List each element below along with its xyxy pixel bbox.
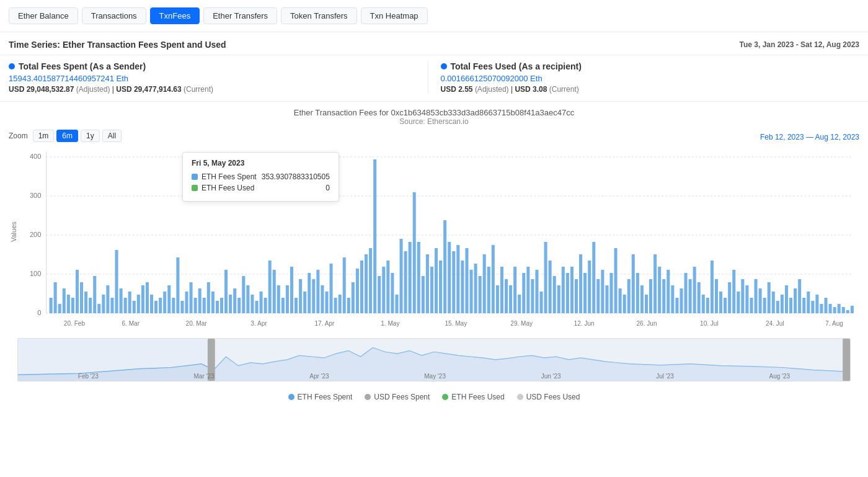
nav-transactions[interactable]: Transactions	[82, 7, 146, 24]
svg-rect-52	[167, 285, 170, 313]
tooltip-row-spent: ETH Fees Spent 353.9307883310505	[192, 172, 330, 181]
current-range: Feb 12, 2023 — Aug 12, 2023	[760, 133, 859, 141]
svg-rect-118	[456, 245, 459, 313]
svg-rect-107	[409, 242, 412, 313]
legend-label-usd-used: USD Fees Used	[526, 393, 580, 401]
navigator-area[interactable]: Feb '23 Mar '23 Apr '23 May '23 Jun '23 …	[17, 338, 851, 381]
nav-label-feb: Feb '23	[78, 373, 99, 380]
svg-text:3. Apr: 3. Apr	[250, 320, 267, 327]
zoom-all[interactable]: All	[102, 130, 122, 142]
fees-used-usd: USD 2.55 (Adjusted) | USD 3.08 (Current)	[441, 85, 860, 94]
svg-rect-116	[448, 242, 451, 313]
fees-used-title: Total Fees Used (As a recipient)	[441, 61, 860, 71]
svg-rect-93	[347, 298, 350, 313]
svg-rect-155	[619, 288, 622, 313]
svg-rect-151	[601, 270, 604, 313]
svg-rect-25	[50, 298, 53, 313]
svg-rect-126	[492, 245, 495, 313]
svg-rect-57	[190, 282, 193, 313]
svg-rect-35	[93, 276, 96, 313]
svg-rect-46	[141, 285, 144, 313]
zoom-controls: Zoom 1m 6m 1y All	[9, 130, 122, 142]
svg-rect-178	[719, 292, 722, 313]
svg-rect-168	[675, 298, 678, 313]
svg-rect-127	[496, 285, 499, 313]
svg-rect-49	[154, 301, 157, 313]
nav-ether-balance[interactable]: Ether Balance	[9, 7, 78, 24]
nav-label-jul: Jul '23	[656, 373, 674, 380]
svg-rect-200	[815, 295, 818, 313]
svg-rect-123	[479, 276, 482, 313]
svg-rect-105	[400, 239, 403, 313]
svg-rect-79	[286, 285, 289, 313]
tooltip-label-spent: ETH Fees Spent	[202, 172, 257, 181]
nav-label-aug: Aug '23	[769, 373, 790, 380]
navigator-labels: Feb '23 Mar '23 Apr '23 May '23 Jun '23 …	[18, 373, 850, 380]
svg-rect-143	[566, 273, 569, 313]
fees-used-dot	[441, 63, 447, 69]
legend-usd-fees-spent: USD Fees Spent	[365, 393, 430, 401]
top-nav: Ether Balance Transactions TxnFees Ether…	[0, 0, 868, 32]
svg-text:1. May: 1. May	[381, 320, 399, 327]
svg-rect-202	[825, 298, 828, 313]
svg-rect-182	[737, 292, 740, 313]
stat-fees-used: Total Fees Used (As a recipient) 0.00166…	[428, 61, 860, 94]
stat-fees-spent: Total Fees Spent (As a Sender) 15943.401…	[9, 61, 428, 94]
svg-rect-47	[146, 282, 149, 313]
svg-rect-146	[579, 254, 582, 313]
nav-token-transfers[interactable]: Token Transfers	[281, 7, 357, 24]
nav-txn-heatmap[interactable]: Txn Heatmap	[361, 7, 428, 24]
svg-text:6. Mar: 6. Mar	[122, 320, 140, 327]
svg-rect-73	[260, 292, 263, 313]
svg-rect-97	[365, 254, 368, 313]
svg-rect-147	[583, 273, 587, 313]
nav-label-apr: Apr '23	[309, 373, 329, 380]
svg-rect-88	[325, 292, 328, 313]
svg-rect-132	[518, 295, 521, 313]
svg-rect-150	[596, 279, 600, 313]
zoom-1y[interactable]: 1y	[81, 130, 100, 142]
chart-title-block: Ether Transaction Fees for 0xc1b634853cb…	[9, 108, 859, 126]
legend-dot-usd-used	[517, 394, 523, 400]
svg-text:24. Jul: 24. Jul	[766, 320, 784, 327]
svg-rect-188	[763, 298, 766, 313]
svg-rect-176	[711, 261, 714, 313]
svg-rect-62	[211, 292, 215, 313]
svg-rect-179	[724, 298, 727, 313]
nav-ether-transfers[interactable]: Ether Transfers	[203, 7, 277, 24]
svg-rect-112	[430, 267, 433, 313]
svg-rect-131	[513, 267, 516, 313]
svg-rect-136	[535, 270, 538, 313]
svg-text:0: 0	[37, 309, 41, 316]
svg-text:26. Jun: 26. Jun	[636, 320, 657, 327]
svg-rect-120	[465, 248, 468, 313]
svg-rect-175	[706, 298, 709, 313]
svg-rect-51	[163, 292, 166, 313]
svg-rect-43	[128, 292, 131, 313]
svg-rect-165	[662, 279, 665, 313]
svg-rect-186	[755, 279, 758, 313]
zoom-1m[interactable]: 1m	[33, 130, 55, 142]
svg-rect-74	[264, 298, 267, 313]
svg-rect-56	[185, 292, 188, 313]
tooltip-color-used	[192, 185, 198, 191]
nav-txnfees[interactable]: TxnFees	[150, 7, 200, 24]
svg-rect-63	[216, 301, 219, 313]
svg-rect-94	[352, 282, 355, 313]
svg-rect-81	[294, 298, 298, 313]
svg-rect-129	[505, 279, 508, 313]
zoom-6m[interactable]: 6m	[56, 130, 78, 142]
tooltip-value-used: 0	[326, 184, 330, 192]
svg-rect-139	[549, 261, 552, 313]
svg-text:Values: Values	[10, 221, 17, 242]
svg-rect-96	[360, 261, 363, 313]
svg-rect-162	[649, 279, 652, 313]
svg-rect-53	[172, 298, 175, 313]
fees-spent-dot	[9, 63, 15, 69]
svg-rect-142	[562, 267, 565, 313]
svg-rect-48	[150, 295, 153, 313]
svg-rect-184	[745, 285, 748, 313]
svg-rect-152	[605, 285, 608, 313]
svg-rect-196	[798, 279, 801, 313]
svg-rect-133	[522, 273, 525, 313]
